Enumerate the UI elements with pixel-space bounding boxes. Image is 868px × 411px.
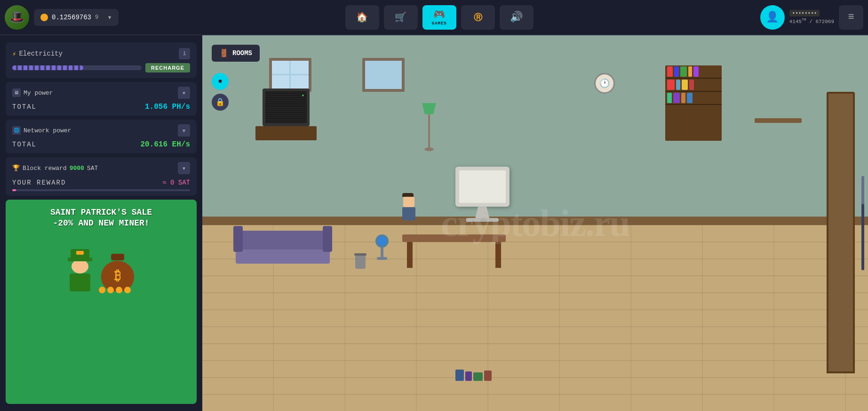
room-nav-active[interactable]: ● bbox=[212, 73, 229, 90]
my-power-total-row: Total 1.056 PH/s bbox=[12, 103, 190, 111]
book-11 bbox=[673, 93, 680, 103]
scroll-thumb bbox=[861, 176, 864, 204]
sofa-arm-right bbox=[323, 226, 332, 252]
game-scene: 🕐 bbox=[202, 35, 868, 411]
coin-4 bbox=[124, 287, 131, 293]
tv-cabinet bbox=[255, 126, 317, 140]
tv-noise bbox=[265, 91, 307, 123]
sound-button[interactable]: 🔊 bbox=[500, 5, 534, 30]
coin-icon bbox=[40, 14, 48, 21]
electricity-bar-fill bbox=[12, 65, 83, 70]
clock-face: 🕐 bbox=[594, 73, 615, 94]
wallet-widget[interactable]: 0.12569763 9 ▾ bbox=[34, 9, 119, 26]
main-content: ⚡ Electricity i RECHARGE 🖥 My power bbox=[0, 35, 868, 411]
games-button[interactable]: 🎮 GAMES bbox=[422, 5, 456, 30]
coin-3 bbox=[116, 287, 122, 293]
block-reward-chevron[interactable]: ▾ bbox=[178, 162, 190, 174]
my-power-total-value: 1.056 PH/s bbox=[145, 103, 190, 111]
floor-lamp bbox=[422, 103, 436, 151]
sofa-back bbox=[236, 231, 330, 250]
character-body bbox=[402, 207, 415, 220]
games-icon: 🎮 bbox=[433, 8, 445, 20]
floor-books bbox=[455, 370, 492, 381]
my-power-header: 🖥 My power ▾ bbox=[12, 87, 190, 99]
my-power-chevron[interactable]: ▾ bbox=[178, 87, 190, 99]
bookshelf bbox=[665, 65, 722, 141]
avatar-icon: 👤 bbox=[766, 11, 779, 24]
menu-button[interactable]: ≡ bbox=[839, 5, 863, 30]
app-logo[interactable]: 🎩 bbox=[5, 5, 29, 30]
desk-leg-right bbox=[495, 242, 501, 268]
desk bbox=[402, 234, 506, 242]
block-reward-title: 🏆 Block reward 9000 SAT bbox=[12, 164, 98, 172]
window-pane-4 bbox=[291, 75, 309, 89]
room-baseboard bbox=[202, 217, 868, 225]
trash-body bbox=[355, 256, 366, 269]
rooms-tab[interactable]: 🚪 ROOMS bbox=[212, 45, 260, 62]
book-7 bbox=[676, 80, 680, 90]
electricity-bar-background bbox=[12, 65, 142, 70]
user-avatar[interactable]: 👤 bbox=[760, 5, 785, 30]
shop-button[interactable]: 🛒 bbox=[384, 5, 418, 30]
fan-head: 🌀 bbox=[375, 234, 389, 248]
scroll-indicator[interactable] bbox=[861, 176, 864, 270]
network-power-label: Network power bbox=[24, 127, 71, 134]
floor-book-4 bbox=[484, 371, 492, 381]
left-panel: ⚡ Electricity i RECHARGE 🖥 My power bbox=[0, 35, 202, 411]
electricity-bar-row: RECHARGE bbox=[12, 63, 190, 73]
book-9 bbox=[689, 80, 694, 90]
monitor-screen bbox=[455, 167, 510, 207]
sofa-seat bbox=[236, 250, 330, 264]
window-pane-3 bbox=[272, 75, 290, 89]
leprechaun-face bbox=[72, 259, 88, 274]
logo-icon: 🎩 bbox=[9, 10, 24, 25]
sofa-arm-left bbox=[233, 226, 243, 252]
room-navigation: ● 🔒 bbox=[212, 73, 229, 111]
rewards-button[interactable]: Ⓡ bbox=[461, 5, 495, 30]
character bbox=[402, 193, 415, 220]
electricity-label: Electricity bbox=[19, 50, 62, 57]
lamp-pole bbox=[428, 114, 430, 147]
window-left bbox=[269, 58, 311, 92]
lamp-shade bbox=[422, 103, 436, 114]
book-5 bbox=[693, 66, 699, 77]
bag-neck bbox=[111, 254, 124, 260]
electricity-info-button[interactable]: i bbox=[179, 48, 190, 59]
rooms-icon: 🚪 bbox=[219, 48, 229, 58]
your-reward-bar-background bbox=[12, 189, 190, 191]
home-button[interactable]: 🏠 bbox=[345, 5, 379, 30]
floor-book-2 bbox=[465, 371, 472, 381]
book-10 bbox=[667, 93, 672, 103]
electricity-header: ⚡ Electricity i bbox=[12, 48, 190, 59]
book-2 bbox=[674, 66, 679, 77]
coin-2 bbox=[107, 287, 114, 293]
lamp-base bbox=[424, 147, 434, 151]
block-reward-amount: 9000 bbox=[70, 165, 84, 172]
network-power-chevron[interactable]: ▾ bbox=[178, 124, 190, 137]
wallet-dropdown-icon[interactable]: ▾ bbox=[107, 13, 112, 22]
my-power-total-label: Total bbox=[12, 103, 37, 111]
block-reward-label: Block reward bbox=[23, 165, 67, 172]
floor-book-3 bbox=[473, 372, 483, 381]
rooms-label: ROOMS bbox=[232, 49, 252, 57]
lightning-icon: ⚡ bbox=[12, 50, 16, 58]
monitor-stand bbox=[475, 207, 489, 218]
user-info: •••••••• 4145TM / 672069 bbox=[789, 10, 834, 24]
network-power-title: 🌐 Network power bbox=[12, 126, 71, 135]
my-power-icon: 🖥 bbox=[12, 89, 21, 97]
bitcoin-symbol: ₿ bbox=[114, 268, 121, 284]
top-navigation: 🎩 0.12569763 9 ▾ 🏠 🛒 🎮 GAMES Ⓡ 🔊 👤 •••••… bbox=[0, 0, 868, 35]
sale-artwork: ₿ bbox=[13, 235, 189, 291]
info-icon: i bbox=[183, 50, 186, 57]
user-score: 4145TM / 672069 bbox=[789, 17, 834, 24]
network-power-icon: 🌐 bbox=[12, 126, 21, 135]
recharge-button[interactable]: RECHARGE bbox=[145, 63, 190, 73]
sofa bbox=[236, 231, 330, 264]
room-nav-locked[interactable]: 🔒 bbox=[212, 94, 229, 111]
fan: 🌀 bbox=[375, 234, 389, 260]
sale-banner[interactable]: SAINT PATRICK'S SALE -20% AND NEW MINER!… bbox=[6, 200, 197, 404]
shelf-row-1 bbox=[665, 65, 722, 79]
leprechaun-character bbox=[66, 249, 94, 291]
wall-clock: 🕐 bbox=[594, 73, 615, 94]
electricity-title: ⚡ Electricity bbox=[12, 50, 63, 58]
